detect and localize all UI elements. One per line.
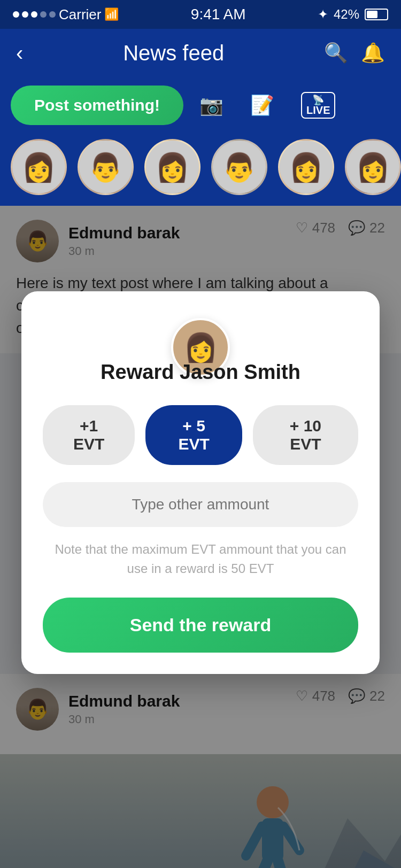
status-bar: Carrier 📶 9:41 AM ✦ 42% [0, 0, 401, 29]
avatar-5[interactable]: 👩 [278, 139, 334, 195]
page-title: News feed [123, 41, 224, 65]
back-button[interactable]: ‹ [16, 41, 23, 65]
reward-option-1[interactable]: +1 EVT [43, 405, 135, 465]
note-text: Note that the maximum EVT ammount that y… [43, 540, 358, 578]
signal-dots [13, 11, 56, 18]
action-bar: Post something! 📷 📝 📡 LIVE [0, 77, 401, 134]
wifi-icon: 📶 [104, 7, 119, 21]
edit-icon[interactable]: 📝 [250, 94, 274, 117]
send-reward-button[interactable]: Send the reward [43, 598, 358, 653]
battery-icon [365, 9, 388, 20]
battery-percent: 42% [334, 7, 359, 22]
carrier-label: Carrier [59, 6, 101, 23]
avatar-row: 👩 👨 👩 👨 👩 👩 👨 [0, 134, 401, 206]
reward-option-3[interactable]: + 10 EVT [253, 405, 358, 465]
header-icons: 🔍 🔔 [324, 42, 385, 64]
live-icon[interactable]: 📡 LIVE [301, 92, 335, 119]
reward-options: +1 EVT + 5 EVT + 10 EVT [43, 405, 358, 465]
status-left: Carrier 📶 [13, 6, 119, 23]
header: ‹ News feed 🔍 🔔 [0, 29, 401, 77]
avatar-2[interactable]: 👨 [78, 139, 134, 195]
camera-icon[interactable]: 📷 [199, 94, 223, 117]
status-right: ✦ 42% [318, 7, 388, 22]
avatar-3[interactable]: 👩 [144, 139, 200, 195]
bluetooth-icon: ✦ [318, 7, 328, 22]
search-icon[interactable]: 🔍 [324, 42, 348, 64]
status-time: 9:41 AM [191, 6, 246, 23]
feed-area: 👨 Edmund barak 30 m ♡ 478 💬 22 Here is m… [0, 206, 401, 868]
modal-title: Reward Jason Smith [43, 361, 358, 384]
post-button[interactable]: Post something! [11, 86, 183, 125]
avatar-6[interactable]: 👩 [345, 139, 401, 195]
reward-modal: 👩 Reward Jason Smith +1 EVT + 5 EVT + 10… [21, 291, 380, 674]
avatar-1[interactable]: 👩 [11, 139, 67, 195]
reward-option-2[interactable]: + 5 EVT [145, 405, 242, 465]
bell-icon[interactable]: 🔔 [361, 42, 385, 64]
avatar-4[interactable]: 👨 [211, 139, 267, 195]
action-icons: 📷 📝 📡 LIVE [199, 92, 335, 119]
amount-input[interactable] [43, 482, 358, 527]
